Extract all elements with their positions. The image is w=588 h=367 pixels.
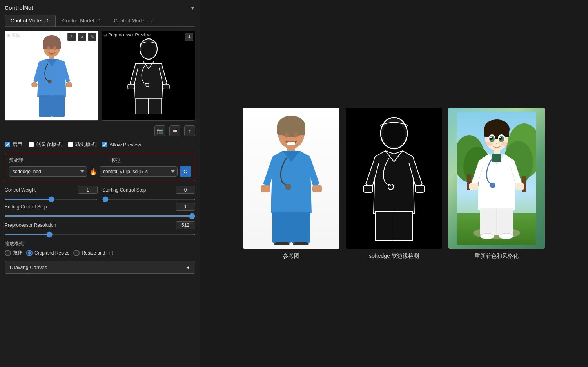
- resize-fill-radio-label: Resize and Fill: [82, 250, 113, 256]
- preprocessor-model-section: 预处理 模型 softedge_hed canny depth normal o…: [5, 153, 195, 181]
- starting-step-slider[interactable]: [102, 199, 195, 200]
- reference-nurse-svg: [252, 112, 330, 245]
- resize-fill-radio-circle[interactable]: [73, 250, 80, 256]
- guess-mode-label: 猜测模式: [75, 141, 96, 148]
- svg-rect-29: [312, 185, 322, 192]
- svg-rect-2: [43, 42, 61, 49]
- panel-header: ControlNet ▼: [5, 5, 195, 11]
- preprocessor-dropdown[interactable]: softedge_hed canny depth normal openpose: [9, 166, 87, 177]
- refresh-model-btn[interactable]: ↻: [180, 166, 191, 177]
- control-weight-container: Control Weight 1: [5, 186, 98, 201]
- close-source-btn[interactable]: ✕: [78, 33, 86, 41]
- low-vram-checkbox-item[interactable]: 低显存模式: [29, 141, 62, 148]
- svg-point-30: [285, 184, 291, 190]
- fire-icon: 🔥: [89, 168, 97, 175]
- drawing-canvas-label: Drawing Canvas: [10, 264, 47, 270]
- source-label-text: 图像: [11, 33, 20, 38]
- control-weight-label: Control Weight: [5, 187, 36, 193]
- reference-image: [243, 108, 339, 249]
- tab-control-model-0[interactable]: Control Model - 0: [5, 15, 56, 26]
- preprocessor-res-value: 512: [176, 221, 195, 229]
- stretch-radio-circle[interactable]: [5, 250, 11, 256]
- svg-rect-12: [52, 95, 65, 117]
- svg-point-24: [284, 132, 289, 138]
- reference-label: 参考图: [283, 253, 299, 260]
- tab-control-model-1[interactable]: Control Model - 1: [56, 15, 107, 26]
- collapse-arrow-icon[interactable]: ▼: [190, 5, 195, 11]
- crop-resize-radio-circle[interactable]: [26, 250, 33, 256]
- model-dropdown[interactable]: control_v11p_sd15_s control_v11p_sd15_ca…: [100, 166, 178, 177]
- refresh-source-btn[interactable]: ↻: [67, 33, 76, 41]
- edge-svg: [123, 36, 174, 115]
- anime-nurse-svg: [457, 112, 536, 245]
- scale-mode-section: 缩放模式 拉伸 Crop and Resize Resize and Fill: [5, 240, 195, 256]
- edit-source-btn[interactable]: ✎: [88, 33, 96, 41]
- preprocessor-res-slider[interactable]: [5, 234, 195, 235]
- svg-point-61: [490, 137, 492, 138]
- enable-checkbox[interactable]: [5, 142, 10, 147]
- anime-label: 重新着色和风格化: [475, 253, 519, 260]
- svg-point-3: [47, 46, 50, 50]
- stretch-radio-item[interactable]: 拉伸: [5, 249, 22, 256]
- allow-preview-label: Allow Preview: [109, 142, 141, 148]
- crop-resize-radio-item[interactable]: Crop and Resize: [26, 250, 69, 256]
- download-preprocessor-btn[interactable]: ⬇: [185, 33, 193, 41]
- guess-mode-checkbox-item[interactable]: 猜测模式: [68, 141, 96, 148]
- pm-labels: 预处理 模型: [9, 157, 191, 164]
- svg-point-10: [48, 80, 52, 83]
- ending-step-label: Ending Control Step: [5, 204, 47, 210]
- gallery-item-reference: 参考图: [243, 108, 339, 260]
- svg-rect-39: [415, 185, 425, 192]
- drawing-canvas-icon: ◄: [185, 264, 190, 270]
- upload-btn[interactable]: ↑: [184, 125, 195, 136]
- svg-point-62: [499, 137, 501, 138]
- svg-rect-67: [469, 183, 478, 190]
- edge-detection-preview: [102, 31, 195, 120]
- svg-rect-66: [492, 154, 501, 162]
- control-weight-slider[interactable]: [5, 199, 98, 200]
- enable-label: 启用: [12, 141, 22, 148]
- swap-btn[interactable]: ⇌: [169, 125, 180, 136]
- preprocessor-label: ⊞ Preprocessor Preview: [103, 33, 151, 37]
- svg-point-63: [485, 142, 493, 146]
- crop-resize-radio-label: Crop and Resize: [34, 250, 69, 256]
- ending-step-slider[interactable]: [5, 215, 195, 217]
- preprocessor-res-container: Preprocessor Resolution 512: [5, 221, 195, 237]
- low-vram-checkbox[interactable]: [29, 142, 34, 147]
- low-vram-label: 低显存模式: [36, 141, 62, 148]
- guess-mode-checkbox[interactable]: [68, 142, 73, 147]
- svg-rect-23: [277, 123, 305, 135]
- svg-rect-20: [149, 98, 162, 114]
- options-checkbox-row: 启用 低显存模式 猜测模式 Allow Preview: [5, 141, 195, 148]
- svg-rect-9: [66, 83, 72, 87]
- right-panel: 参考图: [200, 0, 588, 367]
- svg-rect-31: [272, 212, 291, 243]
- svg-rect-18: [163, 84, 169, 89]
- stretch-radio-label: 拉伸: [13, 249, 22, 256]
- enable-checkbox-item[interactable]: 启用: [5, 141, 22, 148]
- svg-rect-26: [287, 142, 295, 145]
- svg-rect-42: [394, 212, 413, 241]
- pm-controls: softedge_hed canny depth normal openpose…: [9, 166, 191, 177]
- nurse-svg: [26, 34, 77, 117]
- gallery-item-anime: 重新着色和风格化: [448, 108, 545, 260]
- gallery-row: 参考图: [243, 108, 545, 260]
- tab-control-model-2[interactable]: Control Model - 2: [108, 15, 159, 26]
- svg-point-64: [501, 142, 508, 146]
- drawing-canvas-btn[interactable]: Drawing Canvas ◄: [5, 261, 195, 274]
- svg-point-14: [142, 42, 156, 58]
- action-buttons-row: 📷 ⇌ ↑: [5, 125, 195, 136]
- scale-mode-label: 缩放模式: [5, 240, 195, 247]
- allow-preview-checkbox[interactable]: [102, 142, 107, 147]
- starting-step-label: Starting Control Step: [102, 187, 146, 193]
- resize-fill-radio-item[interactable]: Resize and Fill: [73, 250, 113, 256]
- gallery-item-edge: softedge 软边缘检测: [346, 108, 442, 260]
- svg-point-72: [480, 233, 494, 239]
- ending-step-value: 1: [176, 203, 195, 211]
- allow-preview-checkbox-item[interactable]: Allow Preview: [102, 142, 141, 148]
- camera-btn[interactable]: 📷: [154, 125, 165, 136]
- preprocessor-res-label: Preprocessor Resolution: [5, 222, 56, 228]
- svg-point-69: [490, 183, 495, 188]
- edge-detection-svg: [355, 112, 433, 245]
- preprocessor-controls: ⬇: [185, 33, 193, 41]
